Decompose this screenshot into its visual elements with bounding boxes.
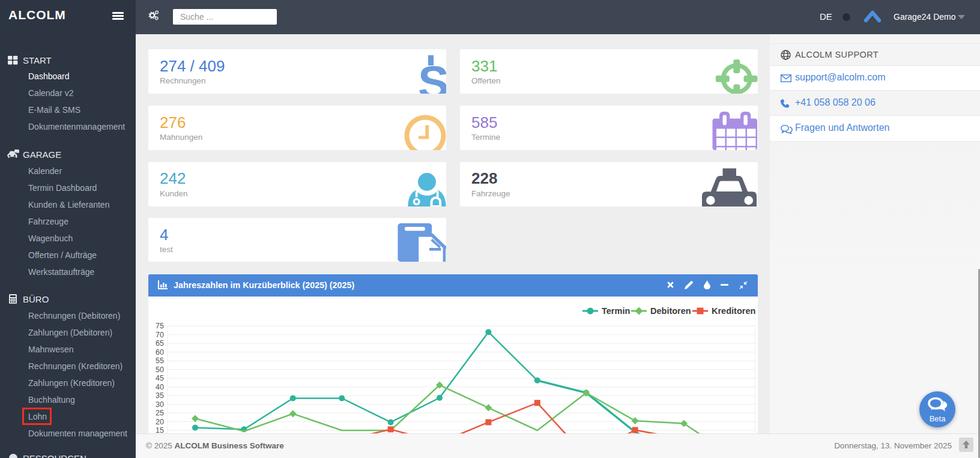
svg-text:60: 60: [156, 348, 164, 357]
svg-text:45: 45: [156, 374, 164, 382]
svg-text:Kreditoren: Kreditoren: [712, 306, 755, 316]
svg-text:15: 15: [156, 426, 164, 433]
svg-text:50: 50: [156, 366, 164, 374]
svg-text:40: 40: [156, 383, 164, 391]
svg-text:70: 70: [156, 331, 164, 339]
svg-text:75: 75: [156, 322, 164, 330]
svg-text:30: 30: [156, 400, 164, 409]
svg-text:20: 20: [156, 418, 164, 426]
svg-text:35: 35: [156, 391, 164, 400]
svg-text:25: 25: [156, 409, 164, 417]
svg-text:Debitoren: Debitoren: [650, 306, 691, 316]
svg-text:Termin: Termin: [602, 306, 630, 316]
svg-text:65: 65: [156, 339, 164, 348]
svg-text:55: 55: [156, 357, 164, 365]
